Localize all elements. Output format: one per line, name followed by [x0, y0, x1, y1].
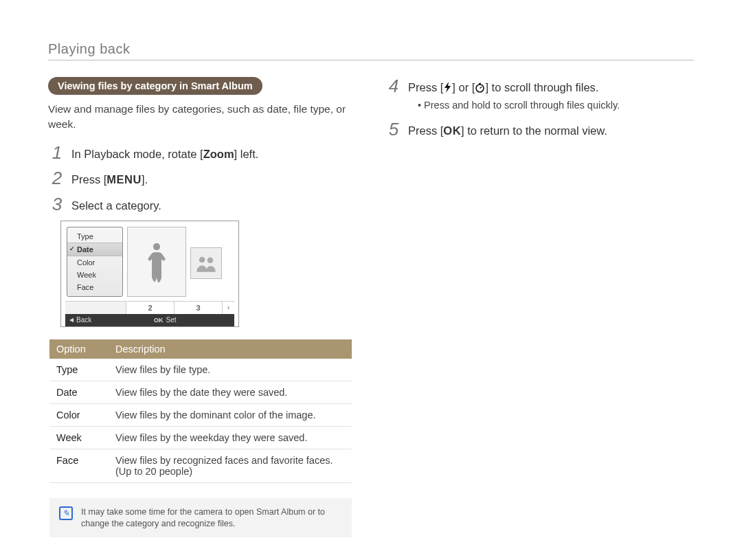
back-label: Back — [76, 316, 91, 324]
step-4-bullet: Press and hold to scroll through files q… — [418, 100, 694, 111]
step-text: ]. — [142, 173, 148, 186]
thumbnail-small — [190, 247, 222, 279]
note-icon: ✎ — [59, 506, 73, 520]
note-text: It may take some time for the camera to … — [81, 506, 342, 530]
steps-right: 4 Press [] or [] to scroll through files… — [385, 77, 694, 96]
step-text: Press [ — [71, 173, 106, 186]
person-silhouette-icon — [143, 238, 170, 286]
svg-rect-3 — [479, 83, 481, 85]
timer-icon — [475, 82, 485, 93]
lead-paragraph: View and manage files by categories, suc… — [48, 102, 357, 131]
menu-item-date: Date — [67, 243, 122, 256]
step-4: 4 Press [] or [] to scroll through files… — [385, 77, 694, 96]
step-text: ] left. — [234, 148, 259, 160]
menu-item-face: Face — [67, 281, 122, 293]
table-row: TypeView files by file type. — [49, 359, 352, 381]
info-note: ✎ It may take some time for the camera t… — [49, 498, 352, 538]
paging-strip: 2 3 › — [65, 301, 234, 314]
step-text: Press [ — [408, 81, 443, 93]
svg-point-1 — [207, 257, 214, 263]
options-table: Option Description TypeView files by fil… — [49, 339, 352, 483]
thumbnail-large — [127, 227, 186, 297]
svg-point-0 — [199, 256, 205, 262]
back-arrow-icon: ◀ — [69, 317, 74, 323]
ok-icon: OK — [154, 317, 164, 324]
table-row: FaceView files by recognized faces and f… — [49, 449, 352, 482]
step-number: 1 — [48, 144, 66, 161]
step-3: 3 Select a category. — [48, 195, 357, 214]
step-1: 1 In Playback mode, rotate [Zoom] left. — [48, 144, 357, 162]
step-text: Press [ — [408, 124, 443, 137]
th-option: Option — [49, 339, 109, 359]
category-menu: Type Date Color Week Face — [67, 227, 123, 297]
step-text: ] to return to the normal view. — [461, 124, 607, 137]
right-column: 4 Press [] or [] to scroll through files… — [385, 77, 694, 537]
step-2: 2 Press [MENU]. — [48, 169, 357, 188]
flash-icon — [443, 82, 452, 93]
step-number: 2 — [48, 169, 66, 187]
step-text: ] to scroll through files. — [485, 81, 598, 93]
topic-pill: Viewing files by category in Smart Album — [48, 77, 262, 95]
people-silhouette-icon — [194, 254, 218, 272]
svg-line-5 — [480, 87, 482, 89]
menu-item-week: Week — [67, 269, 122, 281]
step-text: Select a category. — [71, 195, 357, 214]
step-number: 5 — [385, 120, 403, 138]
step-text: In Playback mode, rotate [ — [71, 148, 203, 160]
menu-item-type: Type — [67, 230, 122, 243]
table-row: ColorView files by the dominant color of… — [49, 403, 352, 426]
page-cell-3: 3 — [174, 302, 222, 314]
steps-left: 1 In Playback mode, rotate [Zoom] left. … — [48, 144, 357, 213]
menu-item-color: Color — [67, 256, 122, 269]
table-row: WeekView files by the weekday they were … — [49, 426, 352, 449]
set-label: Set — [166, 316, 177, 324]
table-row: DateView files by the date they were sav… — [49, 381, 352, 403]
zoom-keyword: Zoom — [203, 148, 234, 160]
step-5: 5 Press [OK] to return to the normal vie… — [385, 120, 694, 139]
manual-page: Playing back Viewing files by category i… — [0, 0, 742, 560]
left-column: Viewing files by category in Smart Album… — [48, 77, 357, 537]
section-title: Playing back — [48, 41, 694, 57]
step-text: ] or [ — [452, 81, 475, 93]
two-column-layout: Viewing files by category in Smart Album… — [48, 77, 694, 537]
th-description: Description — [109, 339, 352, 359]
menu-keyword: MENU — [106, 173, 142, 186]
page-cell-2: 2 — [126, 302, 174, 314]
paging-right-arrow-icon: › — [222, 302, 234, 314]
screen-bottom-bar: ◀Back OKSet — [65, 314, 234, 326]
ok-keyword: OK — [443, 124, 461, 137]
step-number: 3 — [48, 195, 66, 213]
divider — [48, 60, 694, 60]
step-number: 4 — [385, 77, 403, 95]
camera-screen-mockup: Type Date Color Week Face — [60, 221, 239, 327]
